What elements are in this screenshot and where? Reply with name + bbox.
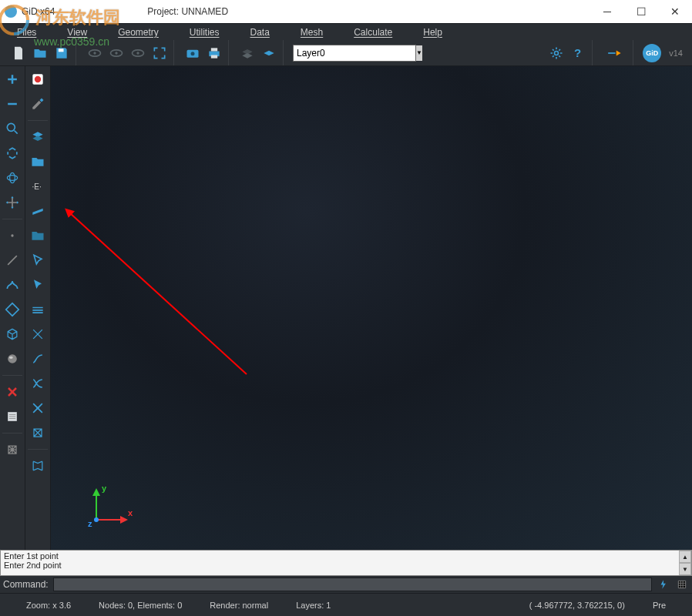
menu-geometry[interactable]: Geometry — [106, 25, 171, 39]
menu-help[interactable]: Help — [411, 25, 455, 39]
viewport-3d[interactable]: y x z — [51, 66, 692, 550]
left-toolbar-1 — [0, 66, 25, 550]
version-label: v14 — [669, 49, 683, 58]
edit-button[interactable] — [28, 94, 48, 114]
point-tool[interactable] — [2, 226, 22, 246]
polygon-tool[interactable] — [28, 423, 48, 443]
pan-button[interactable] — [2, 192, 22, 213]
transform-tool[interactable] — [28, 456, 48, 476]
left-toolbar-2: ·E· — [25, 66, 51, 550]
svg-point-4 — [115, 52, 117, 54]
log-scrollbar[interactable]: ▲ ▼ — [679, 551, 691, 575]
folder2-tool[interactable] — [28, 226, 48, 246]
svg-point-14 — [7, 123, 15, 131]
layer-dropdown-button[interactable]: ▼ — [415, 45, 422, 61]
zoom-out-button[interactable] — [2, 94, 22, 114]
command-bar: Command: — [0, 576, 692, 593]
volume-tool[interactable] — [2, 324, 22, 344]
svg-rect-0 — [59, 49, 64, 52]
help-button[interactable]: ? — [569, 44, 587, 62]
curve2-tool[interactable] — [28, 349, 48, 369]
menubar: Files View Geometry Utilities Data Mesh … — [0, 23, 692, 40]
svg-point-17 — [11, 234, 13, 236]
line-tool[interactable] — [2, 250, 22, 270]
view-eye-2[interactable] — [107, 44, 126, 62]
svg-point-2 — [93, 52, 96, 54]
arrow-nav-button[interactable] — [602, 44, 628, 62]
svg-text:·E·: ·E· — [32, 182, 42, 191]
svg-point-16 — [10, 172, 15, 182]
layer-tool[interactable] — [28, 127, 48, 147]
svg-point-23 — [35, 76, 41, 82]
fullscreen-button[interactable] — [150, 44, 169, 62]
menu-files[interactable]: Files — [5, 25, 49, 39]
svg-rect-10 — [211, 48, 217, 51]
status-layers: Layers: 1 — [282, 601, 344, 610]
print-button[interactable] — [205, 44, 223, 62]
postprocess-button[interactable] — [260, 44, 278, 62]
intersect-tool[interactable] — [28, 398, 48, 418]
menu-data[interactable]: Data — [238, 25, 282, 39]
sphere-tool[interactable] — [2, 349, 22, 369]
main-toolbar: ▼ ? GiD v14 — [0, 40, 692, 66]
minimize-button[interactable]: ─ — [590, 0, 624, 23]
move-tool[interactable] — [28, 324, 48, 344]
status-zoom: Zoom: x 3.6 — [12, 601, 85, 610]
preprocess-button[interactable] — [238, 44, 257, 62]
view-eye-1[interactable] — [86, 44, 104, 62]
svg-point-15 — [7, 176, 17, 181]
svg-point-8 — [191, 52, 195, 55]
record-button[interactable] — [28, 69, 48, 89]
cursor2-tool[interactable] — [28, 275, 48, 295]
layers-tool[interactable] — [28, 300, 48, 320]
svg-point-12 — [555, 51, 559, 55]
svg-rect-11 — [211, 55, 217, 58]
mesh-button[interactable] — [2, 440, 22, 460]
layer-selector[interactable]: ▼ — [293, 45, 416, 62]
log-line: Enter 2nd point — [4, 561, 688, 570]
window-titlebar: GiD x64 Project: UNNAMED ─ ☐ ✕ — [0, 0, 692, 23]
svg-text:?: ? — [574, 46, 581, 59]
app-icon — [5, 5, 17, 18]
surface-tool[interactable] — [2, 300, 22, 320]
log-panel: Enter 1st point Enter 2nd point ▲ ▼ — [0, 550, 692, 576]
status-render: Render: normal — [196, 601, 282, 610]
bolt-icon[interactable] — [657, 578, 670, 591]
maximize-button[interactable]: ☐ — [624, 0, 658, 23]
rotate-button[interactable] — [2, 168, 22, 188]
command-input[interactable] — [53, 578, 652, 591]
gid-logo: GiD — [643, 44, 661, 62]
curve-tool[interactable] — [2, 275, 22, 295]
exponent-tool[interactable]: ·E· — [28, 176, 48, 196]
svg-point-20 — [9, 357, 13, 359]
layer-input[interactable] — [294, 48, 415, 59]
grid-icon[interactable] — [675, 578, 689, 591]
zoom-in-button[interactable] — [2, 69, 22, 89]
open-button[interactable] — [31, 44, 49, 62]
main-area: ·E· y x z — [0, 66, 692, 550]
new-button[interactable] — [9, 44, 28, 62]
settings-button[interactable] — [547, 44, 566, 62]
project-title: Project: UNNAMED — [147, 6, 228, 17]
camera-button[interactable] — [183, 44, 202, 62]
log-line: Enter 1st point — [4, 551, 688, 561]
list-button[interactable] — [2, 407, 22, 427]
menu-calculate[interactable]: Calculate — [341, 25, 405, 39]
zoom-tool[interactable] — [2, 119, 22, 139]
curve3-tool[interactable] — [28, 373, 48, 393]
status-nodes: Nodes: 0, Elements: 0 — [85, 601, 196, 610]
folder-tool[interactable] — [28, 152, 48, 172]
close-button[interactable]: ✕ — [658, 0, 692, 23]
menu-utilities[interactable]: Utilities — [177, 25, 232, 39]
recycle-button[interactable] — [2, 143, 22, 163]
svg-line-26 — [69, 213, 247, 374]
cursor-tool[interactable] — [28, 250, 48, 270]
save-button[interactable] — [52, 44, 71, 62]
menu-mesh[interactable]: Mesh — [288, 25, 335, 39]
command-label: Command: — [3, 579, 49, 590]
view-eye-3[interactable] — [129, 44, 147, 62]
statusbar: Zoom: x 3.6 Nodes: 0, Elements: 0 Render… — [0, 593, 692, 616]
menu-view[interactable]: View — [55, 25, 99, 39]
delete-button[interactable] — [2, 382, 22, 402]
plane-tool[interactable] — [28, 201, 48, 221]
